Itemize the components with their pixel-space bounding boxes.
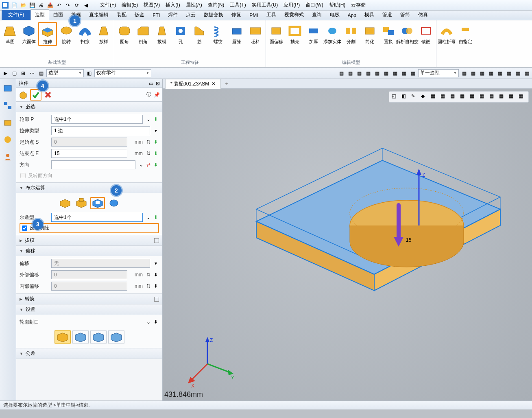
tab-exch[interactable]: 数据交换 [200,10,227,20]
btn-extrude[interactable]: 拉伸 [38,22,57,46]
menu-query[interactable]: 查询(N) [205,1,227,9]
type-select[interactable]: 1 边 [51,126,150,135]
btn-chamfer[interactable]: 倒角 [134,22,153,46]
pick-icon[interactable]: ⬇ [153,150,159,157]
tab-elec[interactable]: 电极 [326,10,344,20]
new-doc-tab[interactable]: + [221,80,232,88]
btn-inlay[interactable]: 镶嵌 [416,22,435,46]
dir-input[interactable] [51,160,135,169]
pick-icon[interactable]: ⬇ [153,116,159,123]
tb-icon[interactable]: ▦ [460,70,468,77]
tb-icon[interactable]: ▦ [382,70,390,77]
btn-selfint[interactable]: 解析自相交 [398,22,416,46]
tb-icon[interactable]: ▦ [478,70,486,77]
tab-asm[interactable]: 装配 [113,10,131,20]
tab-vs[interactable]: 视觉样式 [280,10,308,20]
section-header[interactable]: ▼布尔运算 [16,183,162,193]
btn-hole[interactable]: 孔 [171,22,190,46]
rail-part-icon[interactable] [3,118,13,128]
menu-window[interactable]: 窗口(W) [303,1,325,9]
redo-icon[interactable]: ↷ [64,2,72,9]
tab-sheet[interactable]: 钣金 [131,10,148,20]
bool-intersect[interactable] [107,197,121,209]
rail-asm-icon[interactable] [3,101,13,111]
open-icon[interactable]: 📂 [20,2,27,9]
profile-input[interactable]: 选中1个 [51,115,143,124]
viewport[interactable]: * 装配001.Z3ASM✕ + ◰◧ ✎◆ ▦▦ ▦▦ ▦▦ ▦▦ ▦▦ [163,79,532,400]
menu-cloud[interactable]: 云存储 [349,1,368,9]
btn-fillet[interactable]: 圆角 [115,22,134,46]
btn-specify[interactable]: 由指定 [456,22,475,46]
section-header[interactable]: ▼必选 [16,102,162,112]
pick-icon[interactable]: ⬇ [153,283,159,289]
spinner-icon[interactable]: ⇅ [145,271,152,278]
pick-icon[interactable]: ⬇ [153,162,159,168]
vt-icon[interactable]: ▦ [470,93,477,101]
tab-weld[interactable]: 焊件 [164,10,182,20]
btn-loft[interactable]: 放样 [94,22,113,46]
menu-insert[interactable]: 插入(I) [163,1,182,9]
tab-file[interactable]: 文件(F) [2,10,31,20]
bool-none[interactable] [58,197,72,209]
tab-appx[interactable]: App [344,11,360,20]
rail-user-icon[interactable] [3,152,13,162]
btn-shell[interactable]: 抽壳 [286,22,304,46]
doc-tab[interactable]: * 装配001.Z3ASM✕ [165,79,221,89]
vt-icon[interactable]: ◧ [401,93,409,101]
tb-icon[interactable]: ▦ [469,70,477,77]
rail-tree-icon[interactable] [3,84,13,94]
cube-icon[interactable]: ◧ [85,70,93,77]
btn-simplify[interactable]: 简化 [360,22,379,46]
expand-icon[interactable]: ⌄ [145,319,152,325]
menu-help[interactable]: 帮助(H) [327,1,348,9]
tb-icon[interactable]: ▦ [409,70,416,77]
btn-split[interactable]: 分割 [342,22,360,46]
menu-tools[interactable]: 工具(T) [227,1,248,9]
vt-icon[interactable]: ▦ [431,93,438,101]
section-header[interactable]: ▶拔模 [16,235,162,245]
end-input[interactable]: 15 [51,149,127,158]
section-header[interactable]: ▼公差 [16,348,162,359]
spinner-icon[interactable]: ⇅ [145,283,152,289]
cube-icon[interactable] [19,90,28,99]
menu-attr[interactable]: 属性(A) [183,1,205,9]
tab-fti[interactable]: FTI [148,11,164,20]
pick-icon[interactable]: ⬇ [153,271,159,278]
btn-sweep[interactable]: 扫掠 [76,22,94,46]
tb-icon[interactable]: ▦ [391,70,399,77]
display-select[interactable]: 单一造型 [418,69,459,77]
close-icon[interactable]: ⊠ [156,81,160,86]
dots-icon[interactable]: ⋯ [28,70,36,77]
menu-view[interactable]: 视图(V) [141,1,162,9]
btn-rib[interactable]: 筋 [190,22,209,46]
vt-icon[interactable]: ▦ [519,93,526,101]
chk-revface[interactable]: 反转面方向 [20,171,159,181]
section-header[interactable]: ▼设置 [16,304,162,315]
offset-select[interactable]: 无 [51,259,150,268]
dropdown-icon[interactable]: ▾ [153,127,159,134]
new-icon[interactable]: 📄 [11,2,18,9]
spinner-icon[interactable]: ⇅ [145,150,152,157]
minimize-icon[interactable]: ▭ [149,81,153,86]
btn-sketch[interactable]: 草图 [1,22,20,46]
section-header[interactable]: ▶转换 [16,294,162,304]
grid-icon[interactable]: ⊞ [20,70,27,77]
cap-opt-1[interactable] [55,330,71,344]
vt-icon[interactable]: ▦ [450,93,458,101]
tab-direct[interactable]: 直接编辑 [85,10,113,20]
tab-tube[interactable]: 管筒 [396,10,414,20]
tab-shape[interactable]: 造型 [31,9,49,20]
tb-icon[interactable]: ▦ [505,70,512,77]
tb-icon[interactable]: ▦ [523,70,530,77]
rail-render-icon[interactable] [3,135,13,145]
menu-util[interactable]: 实用工具(U) [249,1,281,9]
tab-tool[interactable]: 工具 [262,10,280,20]
tb-icon[interactable]: ▦ [355,70,363,77]
bool-subtract[interactable] [90,197,105,209]
back-icon[interactable]: ◀ [82,2,89,9]
section-toggle[interactable] [154,238,159,243]
tb-icon[interactable]: ▦ [400,70,408,77]
tb-icon[interactable]: ▦ [364,70,372,77]
bool-add[interactable] [74,197,89,209]
section-header[interactable]: ▼偏移 [16,246,162,256]
